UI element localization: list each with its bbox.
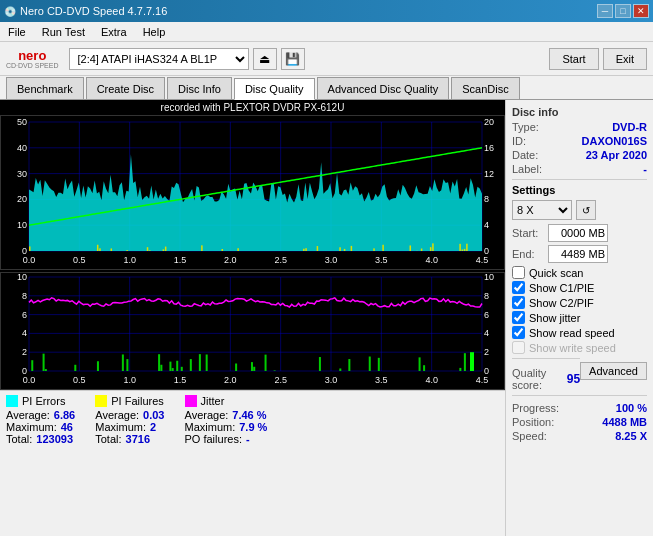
side-panel: Disc info Type: DVD-R ID: DAXON016S Date… — [505, 100, 653, 536]
refresh-button[interactable]: ↺ — [576, 200, 596, 220]
disc-label-row: Label: - — [512, 163, 647, 175]
menu-bar: File Run Test Extra Help — [0, 22, 653, 42]
title-bar: 💿 Nero CD-DVD Speed 4.7.7.16 ─ □ ✕ — [0, 0, 653, 22]
eject-button[interactable]: ⏏ — [253, 48, 277, 70]
show-c1pie-row: Show C1/PIE — [512, 281, 647, 294]
menu-file[interactable]: File — [4, 24, 30, 40]
speed-select[interactable]: 8 X — [512, 200, 572, 220]
close-button[interactable]: ✕ — [633, 4, 649, 18]
legend-pi-failures: PI Failures Average:0.03 Maximum:2 Total… — [95, 395, 164, 445]
legend-jitter: Jitter Average:7.46 % Maximum:7.9 % PO f… — [185, 395, 268, 445]
pi-errors-color — [6, 395, 18, 407]
position-row: Position: 4488 MB — [512, 416, 647, 428]
tab-disc-info[interactable]: Disc Info — [167, 77, 232, 99]
disc-info-title: Disc info — [512, 106, 647, 118]
legend: PI Errors Average:6.86 Maximum:46 Total:… — [0, 390, 505, 536]
tab-advanced-disc-quality[interactable]: Advanced Disc Quality — [317, 77, 450, 99]
show-write-speed-row: Show write speed — [512, 341, 647, 354]
divider-2 — [512, 358, 580, 359]
maximize-button[interactable]: □ — [615, 4, 631, 18]
lower-chart — [0, 272, 505, 390]
show-c2pif-checkbox[interactable] — [512, 296, 525, 309]
show-c2pif-row: Show C2/PIF — [512, 296, 647, 309]
main-area: recorded with PLEXTOR DVDR PX-612U PI Er… — [0, 100, 653, 536]
title-bar-controls: ─ □ ✕ — [597, 4, 649, 18]
show-read-speed-checkbox[interactable] — [512, 326, 525, 339]
show-read-speed-row: Show read speed — [512, 326, 647, 339]
end-mb-input[interactable] — [548, 245, 608, 263]
show-jitter-checkbox[interactable] — [512, 311, 525, 324]
minimize-button[interactable]: ─ — [597, 4, 613, 18]
tab-scan-disc[interactable]: ScanDisc — [451, 77, 519, 99]
pi-errors-avg-label: Average: — [6, 409, 50, 421]
disc-type-row: Type: DVD-R — [512, 121, 647, 133]
start-mb-input[interactable] — [548, 224, 608, 242]
chart-title: recorded with PLEXTOR DVDR PX-612U — [0, 100, 505, 115]
legend-pi-errors: PI Errors Average:6.86 Maximum:46 Total:… — [6, 395, 75, 445]
tab-disc-quality[interactable]: Disc Quality — [234, 78, 315, 100]
tab-benchmark[interactable]: Benchmark — [6, 77, 84, 99]
jitter-label: Jitter — [201, 395, 225, 407]
show-c1pie-checkbox[interactable] — [512, 281, 525, 294]
menu-run-test[interactable]: Run Test — [38, 24, 89, 40]
drive-select[interactable]: [2:4] ATAPI iHAS324 A BL1P — [69, 48, 249, 70]
pi-errors-label: PI Errors — [22, 395, 65, 407]
toolbar: nero CD·DVD SPEED [2:4] ATAPI iHAS324 A … — [0, 42, 653, 76]
start-button[interactable]: Start — [549, 48, 598, 70]
jitter-color — [185, 395, 197, 407]
quality-score-row: Quality score: 95 — [512, 367, 580, 391]
speed-row-2: Speed: 8.25 X — [512, 430, 647, 442]
pi-failures-label: PI Failures — [111, 395, 164, 407]
menu-help[interactable]: Help — [139, 24, 170, 40]
save-button[interactable]: 💾 — [281, 48, 305, 70]
pi-failures-color — [95, 395, 107, 407]
divider-1 — [512, 179, 647, 180]
title-bar-text: Nero CD-DVD Speed 4.7.7.16 — [20, 5, 167, 17]
start-mb-row: Start: — [512, 224, 647, 242]
settings-title: Settings — [512, 184, 647, 196]
menu-extra[interactable]: Extra — [97, 24, 131, 40]
advanced-button[interactable]: Advanced — [580, 362, 647, 380]
exit-button[interactable]: Exit — [603, 48, 647, 70]
show-write-speed-checkbox[interactable] — [512, 341, 525, 354]
progress-section: Progress: 100 % Position: 4488 MB Speed:… — [512, 402, 647, 442]
progress-row: Progress: 100 % — [512, 402, 647, 414]
quick-scan-row: Quick scan — [512, 266, 647, 279]
show-jitter-row: Show jitter — [512, 311, 647, 324]
tab-create-disc[interactable]: Create Disc — [86, 77, 165, 99]
speed-row: 8 X ↺ — [512, 200, 647, 220]
quick-scan-checkbox[interactable] — [512, 266, 525, 279]
pi-errors-avg-value: 6.86 — [54, 409, 75, 421]
disc-id-row: ID: DAXON016S — [512, 135, 647, 147]
end-mb-row: End: — [512, 245, 647, 263]
disc-date-row: Date: 23 Apr 2020 — [512, 149, 647, 161]
upper-chart — [0, 115, 505, 270]
tab-bar: Benchmark Create Disc Disc Info Disc Qua… — [0, 76, 653, 100]
divider-3 — [512, 395, 647, 396]
